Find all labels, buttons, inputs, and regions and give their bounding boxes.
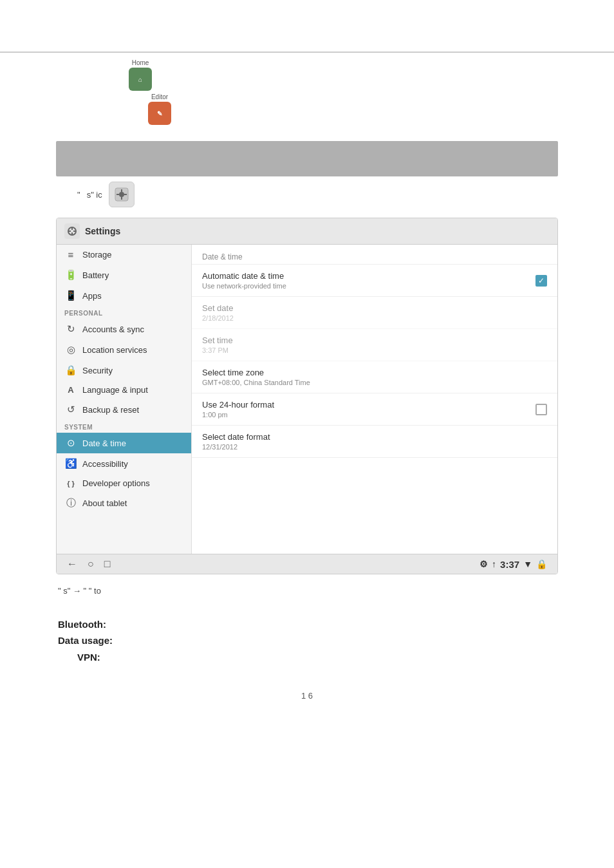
bottom-section: Bluetooth: Data usage: VPN: xyxy=(0,603,614,679)
signal-up-icon: ↑ xyxy=(492,559,496,569)
accessibility-icon: ♿ xyxy=(64,458,77,469)
settings-status-icon: ⚙ xyxy=(479,559,488,569)
page-number: 1 6 xyxy=(0,678,614,713)
editor-icon[interactable]: ✎ xyxy=(148,102,171,125)
home-app-box: Home ⌂ xyxy=(129,59,152,91)
sidebar-label-security: Security xyxy=(82,366,113,375)
sidebar-item-battery[interactable]: 🔋 Battery xyxy=(57,265,191,285)
date-format-title: Select date format xyxy=(202,432,270,442)
sidebar-item-language[interactable]: A Language & input xyxy=(57,381,191,399)
bluetooth-label: Bluetooth: xyxy=(58,616,556,633)
app-icons-area: Home ⌂ Editor ✎ xyxy=(0,53,614,131)
auto-datetime-checkbox[interactable]: ✓ xyxy=(535,275,547,287)
back-button[interactable]: ← xyxy=(67,558,77,570)
home-icon[interactable]: ⌂ xyxy=(129,68,152,91)
timezone-title: Select time zone xyxy=(202,368,310,377)
about-icon: ⓘ xyxy=(64,497,77,509)
content-item-auto-datetime[interactable]: Automatic date & time Use network-provid… xyxy=(192,265,557,297)
status-bar: ⚙ ↑ 3:37 ▼ 🔒 xyxy=(479,559,547,570)
location-icon: ◎ xyxy=(64,344,77,355)
sidebar-label-accounts: Accounts & sync xyxy=(82,325,144,334)
content-item-24hour[interactable]: Use 24-hour format 1:00 pm xyxy=(192,393,557,426)
s-ic-text: s" ic xyxy=(87,190,102,200)
sidebar-item-accounts[interactable]: ↻ Accounts & sync xyxy=(57,319,191,339)
data-usage-label: Data usage: xyxy=(58,632,556,649)
content-item-set-date: Set date 2/18/2012 xyxy=(192,297,557,329)
backup-icon: ↺ xyxy=(64,404,77,415)
sidebar-label-language: Language & input xyxy=(82,385,148,395)
editor-label: Editor xyxy=(151,93,168,100)
home-label: Home xyxy=(132,59,149,66)
24hour-subtitle: 1:00 pm xyxy=(202,411,274,419)
time-display: 3:37 xyxy=(500,559,519,570)
settings-sidebar: ≡ Storage 🔋 Battery 📱 Apps PERSONAL ↻ Ac… xyxy=(57,245,192,554)
instruction-end: " to xyxy=(89,586,101,596)
sidebar-item-datetime[interactable]: ⊙ Date & time xyxy=(57,433,191,453)
sidebar-label-storage: Storage xyxy=(82,250,112,259)
set-date-title: Set date xyxy=(202,303,234,313)
sidebar-item-about[interactable]: ⓘ About tablet xyxy=(57,493,191,514)
settings-bottom-bar: ← ○ □ ⚙ ↑ 3:37 ▼ 🔒 xyxy=(57,554,557,574)
settings-body: ≡ Storage 🔋 Battery 📱 Apps PERSONAL ↻ Ac… xyxy=(57,245,557,554)
quote-left: " xyxy=(77,190,80,200)
instruction-text: " s" → " " to xyxy=(0,580,614,603)
editor-app-box: Editor ✎ xyxy=(148,93,171,125)
sidebar-label-apps: Apps xyxy=(82,291,102,301)
vpn-label: VPN: xyxy=(58,649,556,666)
apps-icon: 📱 xyxy=(64,290,77,301)
developer-icon: { } xyxy=(64,480,77,487)
24hour-title: Use 24-hour format xyxy=(202,400,274,410)
settings-content: Date & time Automatic date & time Use ne… xyxy=(192,245,557,554)
sidebar-item-storage[interactable]: ≡ Storage xyxy=(57,245,191,265)
nav-icons: ← ○ □ xyxy=(67,558,110,570)
home-button[interactable]: ○ xyxy=(88,558,94,570)
set-time-title: Set time xyxy=(202,335,233,345)
battery-icon: 🔋 xyxy=(64,269,77,281)
sidebar-item-accessibility[interactable]: ♿ Accessibility xyxy=(57,453,191,474)
date-format-subtitle: 12/31/2012 xyxy=(202,443,270,451)
sidebar-label-backup: Backup & reset xyxy=(82,405,139,415)
svg-point-1 xyxy=(119,192,124,197)
personal-section-label: PERSONAL xyxy=(57,306,191,319)
settings-title: Settings xyxy=(85,226,120,236)
set-date-subtitle: 2/18/2012 xyxy=(202,314,234,322)
content-item-timezone[interactable]: Select time zone GMT+08:00, China Standa… xyxy=(192,361,557,393)
sidebar-item-developer[interactable]: { } Developer options xyxy=(57,474,191,493)
content-item-date-format[interactable]: Select date format 12/31/2012 xyxy=(192,426,557,458)
sidebar-label-about: About tablet xyxy=(82,498,127,508)
sidebar-label-datetime: Date & time xyxy=(82,439,126,448)
datetime-icon: ⊙ xyxy=(64,437,77,449)
accounts-icon: ↻ xyxy=(64,323,77,335)
instruction-quote: " xyxy=(58,586,61,596)
sidebar-item-security[interactable]: 🔒 Security xyxy=(57,360,191,381)
timezone-subtitle: GMT+08:00, China Standard Time xyxy=(202,379,310,386)
settings-icon-row: " s" ic xyxy=(0,176,614,212)
settings-small-icon[interactable] xyxy=(109,182,135,207)
auto-datetime-subtitle: Use network-provided time xyxy=(202,282,286,290)
sidebar-item-apps[interactable]: 📱 Apps xyxy=(57,285,191,306)
sidebar-item-location[interactable]: ◎ Location services xyxy=(57,339,191,360)
sidebar-item-backup[interactable]: ↺ Backup & reset xyxy=(57,399,191,420)
wifi-icon: ▼ xyxy=(523,559,532,569)
gray-banner xyxy=(56,141,558,176)
language-icon: A xyxy=(64,385,77,395)
content-item-set-time: Set time 3:37 PM xyxy=(192,329,557,361)
settings-window: Settings ≡ Storage 🔋 Battery 📱 Apps PERS… xyxy=(56,218,558,574)
24hour-checkbox[interactable] xyxy=(535,404,547,415)
storage-icon: ≡ xyxy=(64,249,77,260)
sidebar-label-battery: Battery xyxy=(82,270,109,280)
settings-header: Settings xyxy=(57,218,557,245)
security-icon: 🔒 xyxy=(64,364,77,376)
set-time-subtitle: 3:37 PM xyxy=(202,346,233,354)
sidebar-label-location: Location services xyxy=(82,345,147,355)
sidebar-label-accessibility: Accessibility xyxy=(82,459,128,469)
settings-header-icon xyxy=(64,223,80,239)
sidebar-label-developer: Developer options xyxy=(82,478,150,488)
auto-datetime-title: Automatic date & time xyxy=(202,271,286,281)
lock-status-icon: 🔒 xyxy=(536,559,547,569)
recent-button[interactable]: □ xyxy=(104,558,111,570)
instruction-s: s" → " xyxy=(63,586,89,596)
content-section-label: Date & time xyxy=(192,245,557,265)
system-section-label: SYSTEM xyxy=(57,420,191,433)
